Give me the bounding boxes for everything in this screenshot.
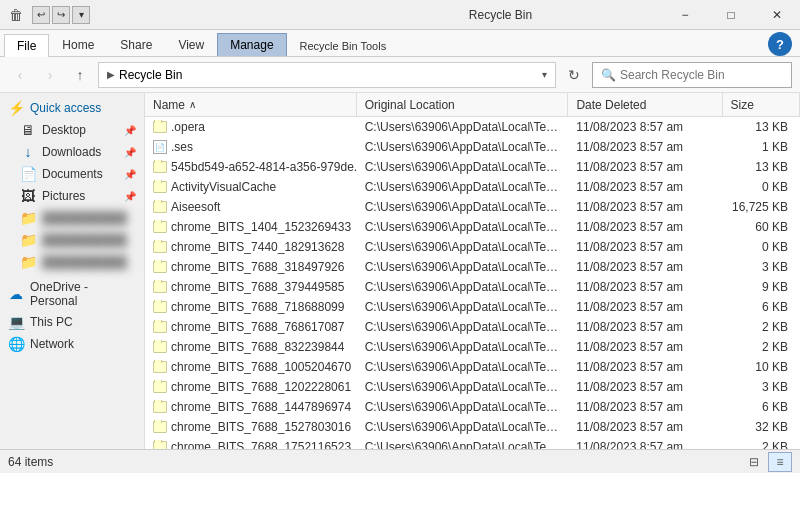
- sidebar-item-documents[interactable]: 📄 Documents 📌: [0, 163, 144, 185]
- sidebar-item-this-pc[interactable]: 💻 This PC: [0, 311, 144, 333]
- cell-date: 11/08/2023 8:57 am: [568, 220, 722, 234]
- table-row[interactable]: ActivityVisualCache C:\Users\63906\AppDa…: [145, 177, 800, 197]
- minimize-button[interactable]: −: [662, 0, 708, 30]
- search-input[interactable]: [620, 68, 760, 82]
- col-size-label: Size: [731, 98, 754, 112]
- cell-size: 2 KB: [722, 440, 800, 449]
- cell-location: C:\Users\63906\AppData\Local\Temp: [357, 160, 569, 174]
- table-row[interactable]: chrome_BITS_7688_1752116523 C:\Users\639…: [145, 437, 800, 449]
- address-box[interactable]: ▶ Recycle Bin ▾: [98, 62, 556, 88]
- col-header-size[interactable]: Size: [723, 93, 800, 116]
- up-button[interactable]: ↑: [68, 63, 92, 87]
- blurred1-icon: 📁: [20, 210, 36, 226]
- cell-date: 11/08/2023 8:57 am: [568, 260, 722, 274]
- table-row[interactable]: chrome_BITS_7688_379449585 C:\Users\6390…: [145, 277, 800, 297]
- cell-date: 11/08/2023 8:57 am: [568, 140, 722, 154]
- cell-name: .opera: [145, 120, 357, 134]
- table-row[interactable]: 📄 .ses C:\Users\63906\AppData\Local\Temp…: [145, 137, 800, 157]
- network-label: Network: [30, 337, 136, 351]
- tab-file[interactable]: File: [4, 34, 49, 57]
- cell-location: C:\Users\63906\AppData\Local\Temp: [357, 260, 569, 274]
- col-header-date[interactable]: Date Deleted: [568, 93, 722, 116]
- tab-share[interactable]: Share: [107, 33, 165, 56]
- sidebar-item-pictures[interactable]: 🖼 Pictures 📌: [0, 185, 144, 207]
- title-bar-actions: ↩ ↪ ▾: [32, 6, 90, 24]
- cell-size: 9 KB: [722, 280, 800, 294]
- cell-name: chrome_BITS_7688_318497926: [145, 260, 357, 274]
- sidebar-item-network[interactable]: 🌐 Network: [0, 333, 144, 355]
- this-pc-label: This PC: [30, 315, 136, 329]
- table-row[interactable]: chrome_BITS_7688_718688099 C:\Users\6390…: [145, 297, 800, 317]
- forward-button[interactable]: ›: [38, 63, 62, 87]
- table-row[interactable]: chrome_BITS_7440_182913628 C:\Users\6390…: [145, 237, 800, 257]
- file-name: .ses: [171, 140, 193, 154]
- cell-name: chrome_BITS_7688_768617087: [145, 320, 357, 334]
- sidebar-item-blurred3[interactable]: 📁 ██████████: [0, 251, 144, 273]
- table-row[interactable]: chrome_BITS_7688_1447896974 C:\Users\639…: [145, 397, 800, 417]
- table-row[interactable]: Aiseesoft C:\Users\63906\AppData\Local\T…: [145, 197, 800, 217]
- file-rows: .opera C:\Users\63906\AppData\Local\Temp…: [145, 117, 800, 449]
- table-row[interactable]: .opera C:\Users\63906\AppData\Local\Temp…: [145, 117, 800, 137]
- table-row[interactable]: chrome_BITS_7688_832239844 C:\Users\6390…: [145, 337, 800, 357]
- address-location: Recycle Bin: [119, 68, 182, 82]
- close-button[interactable]: ✕: [754, 0, 800, 30]
- cell-size: 6 KB: [722, 300, 800, 314]
- tab-home[interactable]: Home: [49, 33, 107, 56]
- redo-btn[interactable]: ↪: [52, 6, 70, 24]
- sidebar-item-downloads[interactable]: ↓ Downloads 📌: [0, 141, 144, 163]
- address-chevron: ▶: [107, 69, 115, 80]
- col-header-name[interactable]: Name ∧: [145, 93, 357, 116]
- pictures-pin: 📌: [124, 191, 136, 202]
- refresh-button[interactable]: ↻: [562, 63, 586, 87]
- table-row[interactable]: chrome_BITS_7688_1202228061 C:\Users\639…: [145, 377, 800, 397]
- address-dropdown[interactable]: ▾: [542, 69, 547, 80]
- file-name: .opera: [171, 120, 205, 134]
- folder-icon: [153, 401, 167, 413]
- tab-view[interactable]: View: [165, 33, 217, 56]
- col-location-label: Original Location: [365, 98, 455, 112]
- table-row[interactable]: chrome_BITS_1404_1523269433 C:\Users\639…: [145, 217, 800, 237]
- table-row[interactable]: chrome_BITS_7688_1005204670 C:\Users\639…: [145, 357, 800, 377]
- documents-pin: 📌: [124, 169, 136, 180]
- help-button[interactable]: ?: [768, 32, 792, 56]
- folder-icon: [153, 441, 167, 449]
- file-list: Name ∧ Original Location Date Deleted Si…: [145, 93, 800, 449]
- file-name: chrome_BITS_7688_768617087: [171, 320, 344, 334]
- tab-recycle-bin-tools[interactable]: Recycle Bin Tools: [287, 35, 400, 56]
- sidebar-item-blurred2[interactable]: 📁 ██████████: [0, 229, 144, 251]
- file-name: chrome_BITS_7688_1447896974: [171, 400, 351, 414]
- desktop-label: Desktop: [42, 123, 116, 137]
- tab-manage[interactable]: Manage: [217, 33, 286, 56]
- cell-size: 0 KB: [722, 180, 800, 194]
- col-name-sort: ∧: [189, 99, 196, 110]
- onedrive-label: OneDrive - Personal: [30, 280, 136, 308]
- cell-name: chrome_BITS_7440_182913628: [145, 240, 357, 254]
- sidebar-item-desktop[interactable]: 🖥 Desktop 📌: [0, 119, 144, 141]
- this-pc-icon: 💻: [8, 314, 24, 330]
- view-btn-details[interactable]: ⊟: [742, 452, 766, 472]
- table-row[interactable]: 545bd549-a652-4814-a356-979de... C:\User…: [145, 157, 800, 177]
- folder-icon: [153, 201, 167, 213]
- view-btn-list[interactable]: ≡: [768, 452, 792, 472]
- table-row[interactable]: chrome_BITS_7688_1527803016 C:\Users\639…: [145, 417, 800, 437]
- undo-btn[interactable]: ↩: [32, 6, 50, 24]
- sidebar-item-quick-access[interactable]: ⚡ Quick access: [0, 97, 144, 119]
- maximize-button[interactable]: □: [708, 0, 754, 30]
- ribbon-tabs: File Home Share View Manage Recycle Bin …: [0, 30, 800, 56]
- down-btn[interactable]: ▾: [72, 6, 90, 24]
- table-row[interactable]: chrome_BITS_7688_318497926 C:\Users\6390…: [145, 257, 800, 277]
- cell-name: chrome_BITS_1404_1523269433: [145, 220, 357, 234]
- sidebar-item-blurred1[interactable]: 📁 ██████████: [0, 207, 144, 229]
- cell-location: C:\Users\63906\AppData\Local\Temp: [357, 120, 569, 134]
- search-box[interactable]: 🔍: [592, 62, 792, 88]
- cell-location: C:\Users\63906\AppData\Local\Temp: [357, 440, 569, 449]
- sidebar-item-onedrive[interactable]: ☁ OneDrive - Personal: [0, 277, 144, 311]
- folder-icon: [153, 421, 167, 433]
- cell-name: chrome_BITS_7688_1005204670: [145, 360, 357, 374]
- col-header-location[interactable]: Original Location: [357, 93, 569, 116]
- table-row[interactable]: chrome_BITS_7688_768617087 C:\Users\6390…: [145, 317, 800, 337]
- network-icon: 🌐: [8, 336, 24, 352]
- other-section: ☁ OneDrive - Personal 💻 This PC 🌐 Networ…: [0, 277, 144, 355]
- back-button[interactable]: ‹: [8, 63, 32, 87]
- blurred2-icon: 📁: [20, 232, 36, 248]
